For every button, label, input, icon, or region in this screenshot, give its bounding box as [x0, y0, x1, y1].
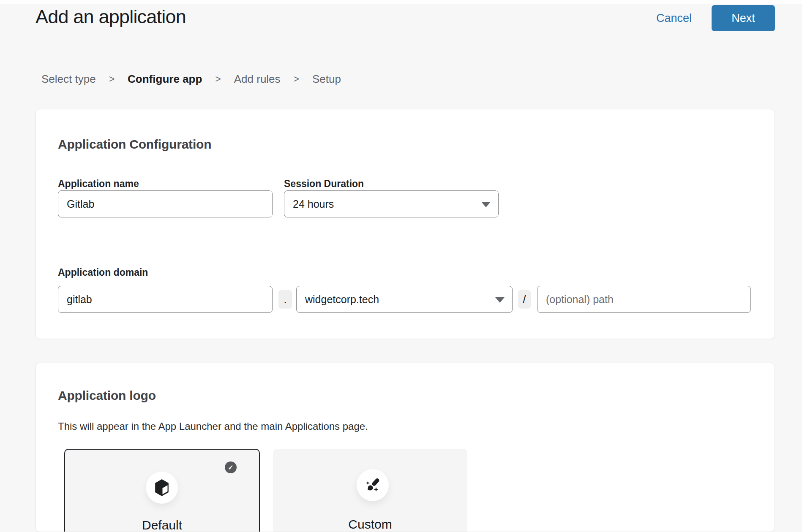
dot-separator: . [278, 290, 292, 309]
chevron-down-icon [495, 297, 505, 303]
session-duration-value: 24 hours [293, 198, 334, 210]
breadcrumb-separator: > [109, 73, 115, 85]
page-title: Add an application [35, 6, 186, 28]
application-domain-label: Application domain [58, 267, 148, 278]
logo-option-default[interactable]: ✓ Default [64, 449, 260, 532]
breadcrumb-step-select-type[interactable]: Select type [41, 73, 96, 86]
cancel-button[interactable]: Cancel [656, 12, 692, 25]
application-configuration-heading: Application Configuration [58, 137, 211, 152]
selected-check-badge: ✓ [225, 461, 237, 473]
application-name-label: Application name [58, 178, 139, 190]
breadcrumb-step-setup[interactable]: Setup [312, 73, 341, 86]
logo-option-default-label: Default [65, 518, 259, 532]
add-application-page: Add an application Cancel Next Select ty… [0, 0, 802, 532]
check-icon: ✓ [228, 464, 233, 472]
breadcrumb-step-add-rules[interactable]: Add rules [234, 73, 281, 86]
breadcrumb-separator: > [215, 73, 221, 85]
chevron-down-icon [481, 202, 491, 207]
breadcrumb-step-configure-app[interactable]: Configure app [128, 73, 202, 86]
slash-separator: / [518, 290, 531, 309]
application-logo-card: Application logo This will appear in the… [35, 363, 775, 532]
application-configuration-card: Application Configuration Application na… [35, 109, 775, 339]
path-input[interactable] [537, 286, 751, 313]
application-logo-description: This will appear in the App Launcher and… [58, 421, 368, 432]
breadcrumb-separator: > [294, 73, 299, 85]
session-duration-label: Session Duration [284, 178, 364, 190]
application-name-input[interactable] [58, 190, 273, 217]
domain-select[interactable]: widgetcorp.tech [296, 286, 513, 313]
logo-option-custom-label: Custom [273, 517, 467, 532]
session-duration-select[interactable]: 24 hours [284, 190, 499, 217]
domain-select-value: widgetcorp.tech [305, 293, 379, 306]
breadcrumb: Select type > Configure app > Add rules … [41, 73, 341, 86]
next-button[interactable]: Next [712, 5, 775, 31]
paintbrush-icon [364, 476, 382, 494]
top-strip [0, 0, 802, 4]
logo-option-custom[interactable]: Custom [273, 449, 467, 532]
application-logo-heading: Application logo [58, 388, 156, 403]
subdomain-input[interactable] [58, 286, 273, 313]
cube-icon [153, 478, 170, 497]
